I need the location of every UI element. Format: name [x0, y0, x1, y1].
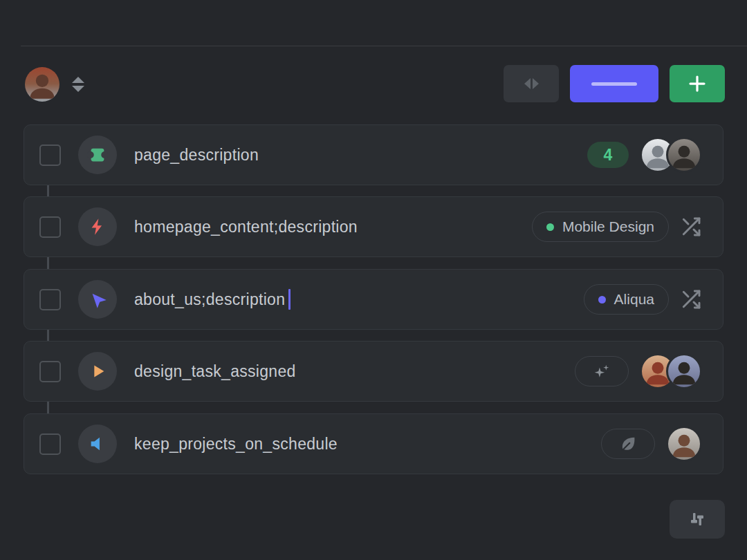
table-row[interactable]: design_task_assigned: [24, 341, 723, 402]
sparkle-button[interactable]: [575, 356, 629, 386]
row-checkbox[interactable]: [39, 361, 61, 382]
task-label: about_us;description: [134, 290, 285, 308]
row-type-icon-wrap[interactable]: [78, 207, 117, 246]
row-type-icon-wrap[interactable]: [78, 280, 117, 319]
text-caret: [288, 289, 290, 310]
table-row[interactable]: keep_projects_on_schedule: [24, 413, 723, 474]
bolt-icon: [88, 217, 107, 236]
tag-pill[interactable]: Mobile Design: [532, 212, 669, 242]
leaf-button[interactable]: [601, 429, 655, 459]
collapse-left-icon: [524, 78, 531, 89]
task-label: page_description: [134, 146, 259, 165]
assignee-avatars[interactable]: [666, 426, 702, 462]
sort-up-icon: [72, 77, 84, 83]
ticket-icon: [87, 144, 108, 165]
table-row[interactable]: about_us;description Aliqua: [24, 269, 723, 330]
shuffle-button[interactable]: [680, 216, 702, 238]
shuffle-icon: [680, 288, 702, 310]
user-avatar[interactable]: [25, 67, 59, 102]
megaphone-icon: [88, 434, 107, 454]
row-checkbox[interactable]: [39, 144, 61, 166]
sort-toggle[interactable]: [71, 75, 86, 94]
add-button[interactable]: [670, 65, 725, 102]
sparkles-icon: [591, 361, 612, 382]
person-silhouette-icon: [668, 139, 700, 171]
tag-label: Aliqua: [614, 291, 654, 308]
row-checkbox[interactable]: [39, 289, 61, 310]
task-label: keep_projects_on_schedule: [134, 435, 338, 454]
tag-pill[interactable]: Aliqua: [584, 284, 669, 315]
row-checkbox[interactable]: [39, 216, 61, 238]
person-silhouette-icon: [668, 355, 700, 387]
assignee-avatars[interactable]: [640, 137, 702, 173]
task-label-editing[interactable]: about_us;description: [134, 289, 290, 310]
row-type-icon-wrap[interactable]: [78, 352, 117, 391]
shuffle-button[interactable]: [680, 288, 702, 310]
row-type-icon-wrap[interactable]: [78, 424, 117, 463]
panel-toggle-button[interactable]: [504, 65, 559, 102]
tag-dot: [546, 223, 554, 231]
assignee-avatar[interactable]: [666, 137, 702, 173]
person-silhouette-icon: [25, 67, 59, 102]
header-divider: [21, 46, 747, 46]
row-type-icon-wrap[interactable]: [78, 136, 117, 174]
table-row[interactable]: homepage_content;description Mobile Desi…: [24, 196, 723, 257]
assignee-avatars[interactable]: [640, 353, 702, 389]
leaf-icon: [618, 434, 638, 454]
play-icon: [88, 362, 107, 381]
send-icon: [88, 290, 107, 309]
assignee-avatar[interactable]: [666, 353, 702, 389]
dash-placeholder: [591, 82, 637, 86]
plus-icon: [687, 73, 708, 94]
primary-action-button[interactable]: [570, 65, 658, 102]
tag-label: Mobile Design: [562, 218, 654, 235]
collapse-right-icon: [533, 78, 539, 89]
task-label: homepage_content;description: [134, 218, 358, 236]
table-row[interactable]: page_description 4: [24, 124, 723, 185]
task-label: design_task_assigned: [134, 362, 296, 381]
filter-button[interactable]: [670, 500, 725, 539]
sort-down-icon: [72, 86, 84, 92]
tag-dot: [598, 296, 606, 304]
sliders-icon: [685, 507, 709, 531]
count-badge: 4: [587, 142, 629, 168]
row-checkbox[interactable]: [39, 433, 61, 455]
assignee-avatar[interactable]: [666, 426, 702, 462]
shuffle-icon: [680, 216, 702, 238]
person-silhouette-icon: [668, 428, 700, 460]
